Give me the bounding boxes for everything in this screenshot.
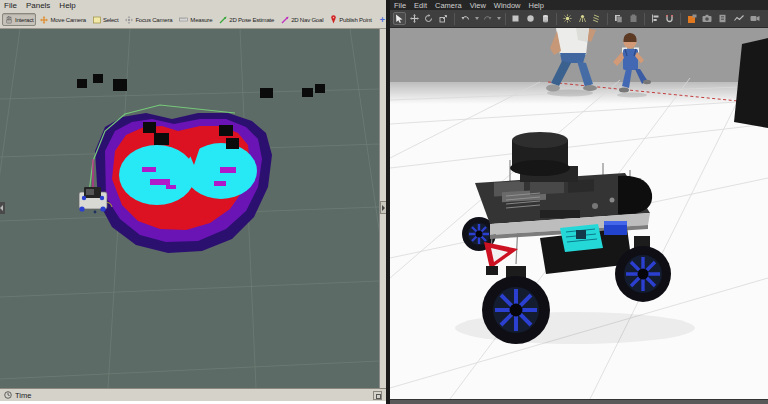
gazebo-window: File Edit Camera View Window Help: [386, 0, 768, 404]
plot-icon: [734, 14, 744, 23]
toolbar-separator: [556, 13, 557, 25]
sphere-shape-icon: [526, 14, 535, 23]
redo-dropdown-caret[interactable]: [497, 17, 501, 20]
views-panel-strip: [379, 29, 386, 388]
displays-panel-collapse-button[interactable]: [0, 202, 5, 214]
redo-icon: [483, 14, 492, 23]
cylinder-shape-icon: [541, 14, 550, 23]
rviz-toolbar: Interact Move Camera Select: [0, 11, 386, 29]
rviz-window: File Panels Help Interact Move Camera: [0, 0, 386, 404]
measure-icon: [179, 16, 188, 23]
align-button[interactable]: [649, 12, 662, 25]
insert-box-button[interactable]: [510, 12, 523, 25]
rviz-3d-viewport[interactable]: [0, 29, 379, 388]
copy-icon: [614, 14, 623, 23]
box-shape-icon: [511, 14, 520, 23]
nav-goal-arrow-icon: [281, 16, 289, 24]
tool-label: Focus Camera: [135, 17, 172, 23]
menu-help[interactable]: Help: [59, 1, 75, 10]
translate-button[interactable]: [408, 12, 421, 25]
point-light-icon: [563, 14, 572, 23]
gazebo-scene: [390, 28, 768, 399]
move-camera-tool-button[interactable]: Move Camera: [37, 13, 88, 26]
toolbar-separator: [607, 13, 608, 25]
point-light-button[interactable]: [561, 12, 574, 25]
rviz-menubar: File Panels Help: [0, 0, 386, 11]
clock-icon: [4, 391, 12, 399]
menu-panels[interactable]: Panels: [26, 1, 50, 10]
focus-camera-tool-button[interactable]: Focus Camera: [122, 13, 175, 26]
rviz-scene: [0, 29, 379, 388]
copy-button[interactable]: [612, 12, 625, 25]
scale-icon: [439, 14, 448, 23]
time-panel-detach-button[interactable]: [373, 391, 382, 400]
undo-button[interactable]: [459, 12, 472, 25]
view-angle-button[interactable]: [685, 12, 698, 25]
tool-label: Measure: [190, 17, 212, 23]
translate-icon: [410, 14, 419, 23]
toolbar-separator: [644, 13, 645, 25]
select-arrow-button[interactable]: [393, 12, 406, 25]
tool-label: Publish Point: [339, 17, 371, 23]
video-record-button[interactable]: [748, 12, 761, 25]
nav-goal-tool-button[interactable]: 2D Nav Goal: [278, 13, 326, 26]
gazebo-3d-viewport[interactable]: [390, 28, 768, 399]
select-box-icon: [93, 16, 101, 24]
log-record-button[interactable]: [716, 12, 729, 25]
directional-light-button[interactable]: [590, 12, 603, 25]
publish-point-pin-icon: [330, 15, 337, 24]
gazebo-toolbar: [390, 10, 768, 28]
add-tool-button[interactable]: +: [380, 15, 385, 25]
menu-help[interactable]: Help: [529, 1, 544, 10]
undo-dropdown-caret[interactable]: [475, 17, 479, 20]
robot-wheel: [482, 266, 550, 344]
measure-tool-button[interactable]: Measure: [176, 13, 215, 26]
spot-light-button[interactable]: [576, 12, 589, 25]
move-camera-icon: [40, 16, 48, 24]
toolbar-separator: [454, 13, 455, 25]
tool-label: 2D Pose Estimate: [229, 17, 274, 23]
rotate-icon: [424, 14, 433, 23]
time-panel-label: Time: [15, 391, 31, 400]
lidar-sensor: [510, 132, 578, 182]
tool-label: Interact: [15, 17, 33, 23]
menu-file[interactable]: File: [4, 1, 17, 10]
tool-label: 2D Nav Goal: [291, 17, 323, 23]
redo-button[interactable]: [481, 12, 494, 25]
log-record-icon: [718, 14, 727, 23]
hand-icon: [5, 16, 13, 24]
toolbar-separator: [680, 13, 681, 25]
publish-point-tool-button[interactable]: Publish Point: [327, 13, 374, 26]
spot-light-icon: [578, 14, 587, 23]
scale-button[interactable]: [437, 12, 450, 25]
costmap-overlay: [95, 113, 272, 253]
menu-camera[interactable]: Camera: [435, 1, 462, 10]
pose-estimate-tool-button[interactable]: 2D Pose Estimate: [216, 13, 277, 26]
select-tool-button[interactable]: Select: [90, 13, 121, 26]
toolbar-right-group: [700, 12, 761, 25]
plot-button[interactable]: [732, 12, 745, 25]
pcb-board: [560, 224, 603, 252]
snap-button[interactable]: [663, 12, 676, 25]
paste-button[interactable]: [627, 12, 640, 25]
undo-icon: [461, 14, 470, 23]
insert-cylinder-button[interactable]: [539, 12, 552, 25]
insert-sphere-button[interactable]: [524, 12, 537, 25]
paste-icon: [629, 14, 638, 23]
time-panel-header[interactable]: Time: [0, 388, 386, 401]
menu-view[interactable]: View: [470, 1, 486, 10]
interact-tool-button[interactable]: Interact: [2, 13, 36, 26]
gazebo-menubar: File Edit Camera View Window Help: [390, 0, 768, 10]
select-arrow-icon: [395, 14, 404, 23]
view-angle-icon: [687, 14, 697, 24]
menu-edit[interactable]: Edit: [414, 1, 427, 10]
rotate-button[interactable]: [423, 12, 436, 25]
tool-label: Move Camera: [50, 17, 85, 23]
screenshot-icon: [702, 14, 712, 23]
tool-label: Select: [103, 17, 118, 23]
menu-window[interactable]: Window: [494, 1, 521, 10]
toolbar-separator: [505, 13, 506, 25]
menu-file[interactable]: File: [394, 1, 406, 10]
four-wheel-robot-model[interactable]: [455, 132, 695, 344]
screenshot-button[interactable]: [700, 12, 713, 25]
